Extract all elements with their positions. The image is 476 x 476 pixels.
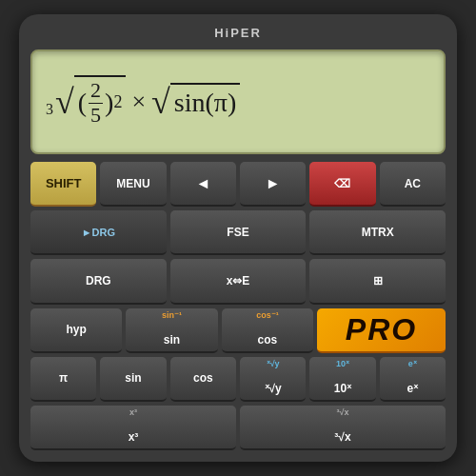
- drg-mode-label: ►DRG: [82, 227, 115, 238]
- xe-label: x⇔E: [227, 274, 250, 288]
- close-paren: ): [105, 87, 113, 119]
- menu-button[interactable]: MENU: [100, 162, 166, 207]
- xcubed-sublabel: x³: [30, 407, 236, 417]
- sin-inv-button[interactable]: sin⁻¹ sin: [126, 308, 217, 353]
- hyp-label: hyp: [67, 323, 87, 336]
- ten-x-button[interactable]: 10ˣ 10ˣ: [309, 357, 375, 402]
- button-row-1: SHIFT MENU ◄ ► ⌫ AC: [30, 162, 446, 207]
- xrty-button[interactable]: ˣ√y ˣ√y: [240, 357, 306, 402]
- ex-sublabel: eˣ: [380, 359, 446, 368]
- brand-header: HiPER: [30, 26, 446, 40]
- display-screen: 3 √ ( 2 5 ) 2 × √ sin(π): [30, 50, 446, 154]
- hyp-button[interactable]: hyp: [30, 308, 122, 353]
- sin-radical-content: sin(π): [170, 83, 240, 121]
- sin-label: sin: [125, 371, 141, 385]
- button-row-4: hyp sin⁻¹ sin cos⁻¹ cos PRO: [30, 308, 446, 353]
- ex-mainlabel: eˣ: [407, 382, 418, 395]
- ac-button[interactable]: AC: [380, 162, 446, 207]
- ten-x-mainlabel: 10ˣ: [334, 382, 351, 395]
- button-row-3: DRG x⇔E ⊞: [30, 259, 446, 304]
- exponent-2: 2: [113, 92, 122, 113]
- cos-inv-mainlabel: cos: [258, 333, 278, 347]
- brand-label: HiPER: [214, 26, 262, 40]
- cube-root-group: 3 √ ( 2 5 ) 2: [46, 75, 126, 128]
- sin-button[interactable]: sin: [100, 357, 166, 402]
- button-row-2: ►DRG FSE MTRX: [30, 210, 446, 255]
- radical-content: ( 2 5 ) 2: [74, 75, 127, 128]
- cos-inv-button[interactable]: cos⁻¹ cos: [222, 308, 313, 353]
- backspace-button[interactable]: ⌫: [309, 162, 375, 207]
- calculator: HiPER 3 √ ( 2 5 ) 2 × √: [19, 14, 457, 462]
- left-arrow-button[interactable]: ◄: [170, 162, 236, 207]
- times-symbol: ×: [131, 87, 146, 116]
- right-arrow-label: ►: [266, 175, 281, 192]
- xcubed-mainlabel: x³: [129, 430, 139, 444]
- backspace-label: ⌫: [334, 177, 350, 190]
- xe-button[interactable]: x⇔E: [170, 259, 307, 304]
- mtrx-label: MTRX: [362, 226, 394, 239]
- fse-label: FSE: [227, 226, 248, 239]
- menu-label: MENU: [116, 177, 149, 190]
- disp-button[interactable]: ⊞: [309, 259, 446, 304]
- pro-label: PRO: [346, 312, 417, 347]
- pro-badge: PRO: [317, 308, 446, 353]
- left-arrow-label: ◄: [195, 175, 210, 192]
- pi-label: π: [59, 371, 68, 385]
- radical-symbol: √: [55, 85, 74, 119]
- drg-label: DRG: [86, 274, 111, 288]
- formula-display: 3 √ ( 2 5 ) 2 × √ sin(π): [46, 75, 240, 128]
- radical-index: 3: [46, 100, 53, 118]
- ac-label: AC: [405, 177, 421, 190]
- fraction-denominator: 5: [89, 104, 103, 127]
- mtrx-button[interactable]: MTRX: [309, 210, 446, 255]
- drg-mode-button[interactable]: ►DRG: [30, 210, 167, 255]
- ex-button[interactable]: eˣ eˣ: [380, 357, 446, 402]
- open-paren: (: [78, 87, 87, 119]
- cos-label: cos: [193, 371, 213, 385]
- sin-inv-sublabel: sin⁻¹: [126, 310, 217, 320]
- sin-inv-mainlabel: sin: [164, 333, 180, 347]
- cos-inv-sublabel: cos⁻¹: [222, 310, 313, 320]
- shift-label: SHIFT: [46, 176, 82, 190]
- cbrt-mainlabel: ³√x: [334, 430, 350, 444]
- fraction-25: 2 5: [89, 79, 103, 126]
- fse-button[interactable]: FSE: [170, 210, 307, 255]
- ten-x-sublabel: 10ˣ: [309, 359, 375, 368]
- drg-button[interactable]: DRG: [30, 259, 167, 304]
- button-row-6: x³ x³ ³√x ³√x: [30, 406, 446, 450]
- pi-button[interactable]: π: [30, 357, 96, 402]
- button-row-5: π sin cos ˣ√y ˣ√y 10ˣ 10ˣ eˣ eˣ: [30, 357, 446, 402]
- buttons-area: SHIFT MENU ◄ ► ⌫ AC ►DRG FSE: [30, 162, 446, 450]
- xrty-sublabel: ˣ√y: [240, 359, 306, 368]
- fraction-numerator: 2: [89, 79, 103, 103]
- cbrt-button[interactable]: ³√x ³√x: [240, 406, 446, 450]
- right-arrow-button[interactable]: ►: [240, 162, 306, 207]
- xrty-mainlabel: ˣ√y: [265, 382, 282, 395]
- shift-button[interactable]: SHIFT: [30, 162, 96, 207]
- cbrt-sublabel: ³√x: [240, 407, 446, 417]
- sqrt-symbol: √: [151, 85, 170, 119]
- cos-button[interactable]: cos: [170, 357, 236, 402]
- disp-label: ⊞: [373, 274, 383, 288]
- xcubed-button[interactable]: x³ x³: [30, 406, 236, 450]
- sin-radical-group: √ sin(π): [151, 83, 240, 121]
